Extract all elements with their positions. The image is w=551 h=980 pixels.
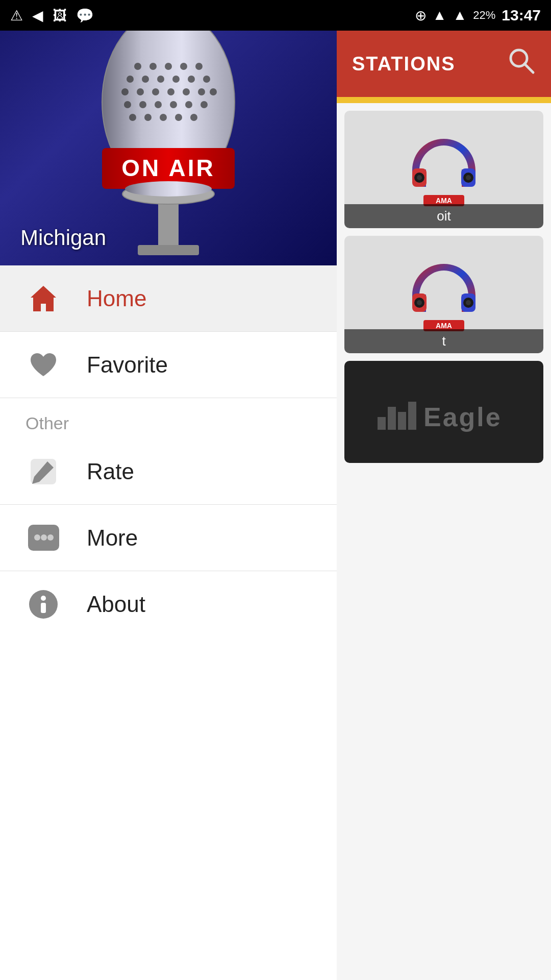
station-card-eagle[interactable]: Eagle [344, 361, 543, 463]
svg-point-8 [157, 76, 164, 83]
nav-favorite-label: Favorite [87, 352, 168, 378]
add-circle-icon: ⊕ [415, 7, 427, 24]
message-icon: 💬 [76, 7, 94, 24]
notification-icon: ⚠ [10, 7, 23, 24]
other-section-header: Other [0, 398, 337, 438]
svg-point-26 [144, 114, 152, 121]
status-time: 13:47 [502, 7, 541, 24]
svg-rect-63 [388, 407, 396, 430]
svg-text:ON AIR: ON AIR [121, 155, 215, 181]
stations-header: STATIONS [337, 31, 551, 97]
station-card-2[interactable]: AMA t [344, 236, 543, 353]
search-button[interactable] [508, 47, 536, 81]
svg-point-2 [149, 63, 157, 70]
svg-point-17 [198, 88, 205, 95]
microphone-image: ON AIR [87, 31, 250, 265]
station-2-subtitle: t [344, 329, 543, 353]
svg-point-19 [124, 101, 131, 108]
svg-point-6 [127, 76, 134, 83]
nav-about-label: About [87, 592, 145, 617]
more-icon [26, 520, 61, 556]
svg-point-16 [183, 88, 190, 95]
info-icon [26, 586, 61, 622]
main-layout: ON AIR Michigan Home [0, 31, 551, 980]
yellow-bar [337, 97, 551, 103]
svg-point-28 [175, 114, 182, 121]
svg-point-24 [201, 101, 208, 108]
svg-point-4 [180, 63, 187, 70]
location-label: Michigan [20, 226, 106, 250]
image-icon: 🖼 [53, 7, 67, 24]
svg-point-14 [152, 88, 159, 95]
svg-point-42 [41, 596, 46, 601]
svg-point-12 [121, 88, 129, 95]
svg-rect-64 [398, 412, 406, 430]
svg-point-20 [139, 101, 146, 108]
signal-icon: ▲ [453, 7, 467, 23]
status-bar: ⚠ ◀ 🖼 💬 ⊕ ▲ ▲ 22% 13:47 [0, 0, 551, 31]
status-bar-left: ⚠ ◀ 🖼 💬 [10, 7, 94, 24]
svg-point-39 [41, 534, 47, 541]
svg-point-29 [190, 114, 197, 121]
svg-point-21 [155, 101, 162, 108]
svg-point-15 [167, 88, 174, 95]
svg-point-10 [188, 76, 195, 83]
nav-rate-label: Rate [87, 459, 134, 484]
svg-point-3 [165, 63, 172, 70]
status-bar-right: ⊕ ▲ ▲ 22% 13:47 [415, 7, 541, 24]
svg-point-27 [160, 114, 167, 121]
svg-point-58 [417, 300, 422, 305]
drawer-header: ON AIR Michigan [0, 31, 337, 265]
svg-point-22 [170, 101, 177, 108]
svg-point-5 [195, 63, 203, 70]
eagle-logo: Eagle [372, 391, 515, 432]
svg-point-9 [172, 76, 180, 83]
svg-point-35 [125, 181, 212, 197]
svg-point-23 [185, 101, 192, 108]
back-icon[interactable]: ◀ [32, 7, 43, 24]
right-panel: STATIONS [337, 31, 551, 980]
nav-section: Home Favorite Other [0, 265, 337, 980]
nav-home-label: Home [87, 286, 146, 311]
pencil-icon [26, 454, 61, 489]
headphone-graphic-1: AMA [403, 129, 485, 210]
heart-icon [26, 347, 61, 383]
stations-list: AMA oit [337, 103, 551, 980]
nav-item-about[interactable]: About [0, 571, 337, 638]
nav-item-home[interactable]: Home [0, 265, 337, 332]
svg-point-11 [203, 76, 210, 83]
svg-text:AMA: AMA [436, 322, 452, 330]
svg-point-13 [137, 88, 144, 95]
nav-item-rate[interactable]: Rate [0, 438, 337, 505]
headphone-graphic-2: AMA [403, 254, 485, 335]
nav-item-more[interactable]: More [0, 505, 337, 571]
svg-point-25 [129, 114, 136, 121]
svg-text:Eagle: Eagle [423, 402, 502, 432]
home-icon [26, 281, 61, 316]
wifi-icon: ▲ [433, 7, 447, 23]
svg-point-18 [210, 88, 217, 95]
svg-line-45 [524, 64, 533, 72]
svg-point-59 [466, 300, 471, 305]
navigation-drawer: ON AIR Michigan Home [0, 31, 337, 980]
station-1-subtitle: oit [344, 204, 543, 228]
nav-more-label: More [87, 525, 138, 551]
svg-text:AMA: AMA [436, 197, 452, 205]
svg-point-7 [142, 76, 149, 83]
svg-point-51 [466, 175, 471, 180]
stations-title: STATIONS [352, 53, 455, 75]
svg-point-50 [417, 175, 422, 180]
svg-point-40 [47, 534, 54, 541]
nav-item-favorite[interactable]: Favorite [0, 332, 337, 398]
svg-rect-62 [378, 417, 386, 430]
station-card-1[interactable]: AMA oit [344, 111, 543, 228]
battery-percent: 22% [473, 9, 495, 22]
svg-rect-43 [41, 603, 46, 613]
svg-point-1 [134, 63, 141, 70]
svg-point-38 [34, 534, 40, 541]
svg-rect-65 [408, 402, 416, 430]
svg-rect-33 [138, 245, 199, 255]
